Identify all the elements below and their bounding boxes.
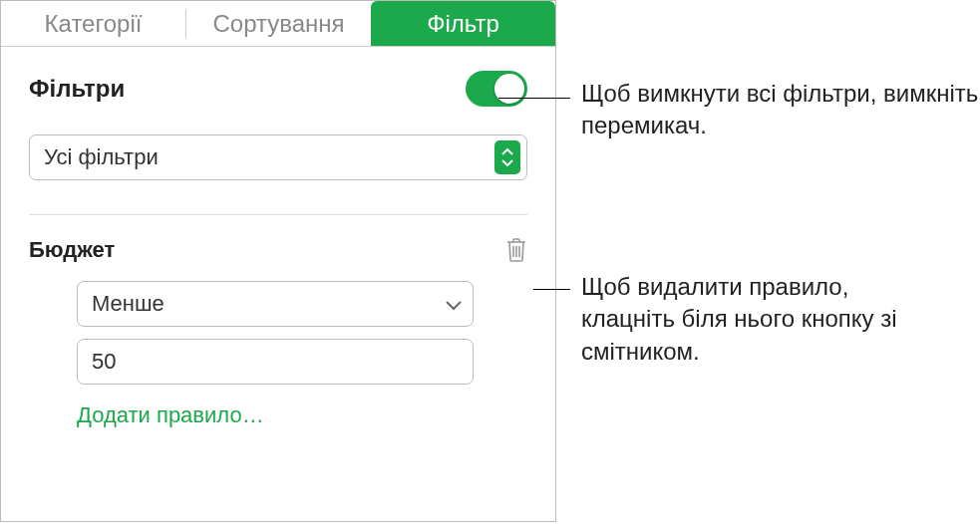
add-rule-button[interactable]: Додати правило… — [77, 402, 264, 428]
operator-select[interactable]: Менше — [77, 281, 474, 327]
callout-trash: Щоб видалити правило, клацніть біля ньог… — [581, 271, 940, 368]
callout-line-toggle — [498, 98, 570, 99]
filters-toggle[interactable] — [466, 71, 527, 107]
section-divider — [29, 214, 527, 215]
tab-sort-label: Сортування — [212, 10, 344, 38]
filter-panel: Категорії Сортування Фільтр Фільтри Усі … — [0, 0, 556, 522]
callout-line-trash — [533, 289, 570, 290]
rule-column-name: Бюджет — [29, 237, 115, 263]
operator-label: Менше — [92, 291, 164, 317]
rule-header: Бюджет — [29, 237, 527, 263]
filters-header-row: Фільтри — [29, 71, 527, 107]
tab-filter-label: Фільтр — [427, 10, 499, 38]
filters-title: Фільтри — [29, 75, 125, 103]
filters-section: Фільтри Усі фільтри Бюджет — [1, 47, 555, 428]
trash-icon — [505, 237, 527, 263]
updown-icon — [494, 140, 520, 174]
tab-categories[interactable]: Категорії — [1, 1, 185, 46]
chevron-down-icon — [445, 291, 463, 317]
tab-sort[interactable]: Сортування — [186, 1, 371, 46]
tab-bar: Категорії Сортування Фільтр — [1, 1, 555, 47]
rule-body: Менше Додати правило… — [29, 281, 527, 428]
filter-scope-select[interactable]: Усі фільтри — [29, 134, 527, 180]
filter-scope-label: Усі фільтри — [44, 144, 159, 170]
delete-rule-button[interactable] — [505, 237, 527, 263]
callout-toggle: Щоб вимкнути всі фільтри, вимкніть перем… — [581, 78, 980, 142]
toggle-knob — [494, 74, 524, 104]
tab-filter[interactable]: Фільтр — [371, 1, 555, 46]
value-input[interactable] — [77, 339, 474, 385]
tab-categories-label: Категорії — [45, 10, 143, 38]
